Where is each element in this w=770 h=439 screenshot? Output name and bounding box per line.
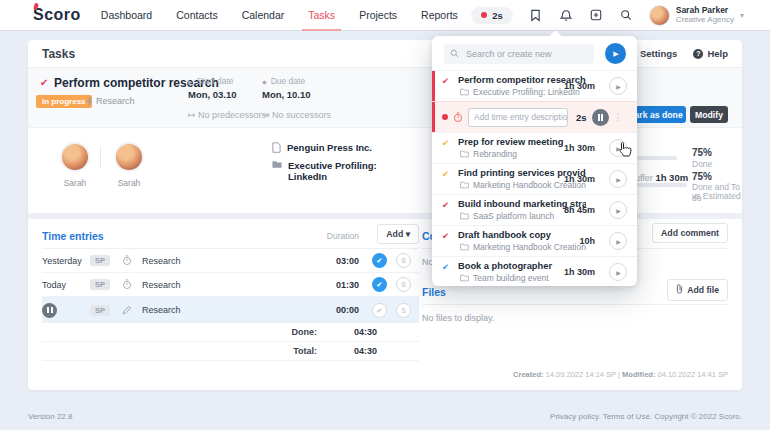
successors-label[interactable]: ⇥ No successors	[262, 110, 331, 120]
play-icon: ▶	[616, 269, 621, 276]
start-new-timer-button[interactable]: ▶	[605, 43, 626, 64]
task-check-icon: ✔	[442, 200, 449, 210]
files-title[interactable]: Files	[422, 286, 446, 298]
task-check-icon: ✔	[442, 76, 449, 86]
play-icon: ▶	[616, 83, 621, 90]
folder-icon	[460, 181, 469, 189]
user-avatar	[649, 5, 670, 26]
entry-billing-toggle[interactable]: $	[396, 303, 411, 318]
start-timer-button[interactable]: ▶	[609, 170, 627, 188]
play-icon: ▶	[616, 207, 621, 214]
time-entry-row[interactable]: Today SP Research 01:30 ✔ $	[42, 273, 419, 297]
entry-billing-toggle[interactable]: $	[396, 277, 411, 292]
add-file-button[interactable]: Add file	[667, 279, 728, 301]
legal-links[interactable]: Privacy policy. Terms of Use. Copyright …	[550, 412, 742, 421]
main-nav: Dashboard Contacts Calendar Tasks Projec…	[101, 1, 458, 29]
nav-tasks[interactable]: Tasks	[308, 1, 335, 29]
task-check-icon: ✔	[442, 138, 449, 148]
task-check-icon: ✔	[442, 169, 449, 179]
global-timer-pill[interactable]: 2s	[471, 7, 513, 24]
start-timer-button[interactable]: ▶	[609, 201, 627, 219]
time-entry-description-input[interactable]	[468, 108, 568, 127]
paperclip-icon	[676, 284, 683, 296]
task-list-item[interactable]: ✔ Book a photographer Team building even…	[432, 256, 637, 287]
assignee-name: Sarah	[109, 178, 149, 188]
add-time-entry-button[interactable]: Add ▾	[377, 224, 419, 244]
elapsed-time: 2s	[576, 112, 587, 123]
task-status-check-icon[interactable]: ✔	[40, 77, 48, 88]
task-check-icon: ✔	[442, 231, 449, 241]
entry-done-toggle[interactable]: ✔	[372, 277, 387, 292]
kebab-menu-icon[interactable]: ⋮	[614, 112, 623, 122]
user-name: Sarah Parker	[676, 5, 734, 15]
help-button[interactable]: ?Help	[693, 48, 728, 59]
pause-timer-button[interactable]	[592, 109, 609, 126]
folder-icon	[460, 212, 469, 220]
due-date-block: ◆Due date Mon, 10.10	[262, 76, 311, 100]
files-empty-text: No files to display.	[422, 313, 728, 323]
modify-button[interactable]: Modify	[690, 106, 728, 123]
start-timer-button[interactable]: ▶	[609, 263, 627, 281]
estimate-label-2: vs Estimated	[692, 191, 741, 202]
task-tag[interactable]: Research	[86, 96, 135, 106]
pause-icon[interactable]	[42, 303, 57, 318]
assignee-avatar[interactable]	[114, 142, 144, 172]
assignee-name: Sarah	[55, 178, 95, 188]
task-list-item[interactable]: ✔ Build inbound marketing strategy SaaS …	[432, 194, 637, 225]
pencil-icon	[122, 305, 132, 315]
task-list-item[interactable]: ✔ Prep for review meeting Rebranding 1h …	[432, 132, 637, 163]
notifications-bell-icon[interactable]	[559, 8, 573, 22]
time-entry-row-running[interactable]: SP Research 00:00 ✔ $	[42, 297, 419, 323]
bottom-strip	[0, 430, 770, 439]
quick-add-icon[interactable]	[589, 8, 603, 22]
assignee-avatar[interactable]	[60, 142, 90, 172]
entry-billing-toggle[interactable]: $	[396, 253, 411, 268]
task-search-input[interactable]	[444, 44, 594, 64]
project-link[interactable]: Executive Profiling: LinkedIn	[272, 160, 382, 182]
document-icon	[272, 142, 281, 153]
start-timer-button[interactable]: ▶	[609, 77, 627, 95]
company-link[interactable]: Penguin Press Inc.	[272, 142, 372, 153]
task-list-item[interactable]: ✔ Find printing services provider for ..…	[432, 163, 637, 194]
time-entries-title[interactable]: Time entries	[42, 230, 104, 242]
user-initials-badge: SP	[90, 305, 110, 316]
entry-done-toggle[interactable]: ✔	[372, 303, 387, 318]
user-menu[interactable]: Sarah Parker Creative Agency ▾	[649, 5, 744, 26]
divider	[100, 146, 101, 168]
dropdown-caret	[549, 30, 562, 43]
time-entry-row[interactable]: Yesterday SP Research 03:00 ✔ $	[42, 249, 419, 273]
search-icon[interactable]	[619, 8, 633, 22]
nav-contacts[interactable]: Contacts	[176, 1, 217, 29]
active-timer-row[interactable]: 2s ⋮	[432, 101, 637, 132]
folder-icon	[460, 243, 469, 251]
nav-reports[interactable]: Reports	[421, 1, 458, 29]
done-total-row: Done: 04:30	[42, 323, 419, 342]
task-list-item[interactable]: ✔ Draft handbook copy Marketing Handbook…	[432, 225, 637, 256]
timer-recording-dot	[481, 12, 487, 18]
caret-down-icon: ▾	[406, 229, 410, 239]
start-timer-button[interactable]: ▶	[609, 139, 627, 157]
lightning-icon	[86, 97, 93, 106]
timer-value: 2s	[492, 10, 503, 21]
folder-icon	[272, 160, 282, 169]
due-date-value: Mon, 10.10	[262, 89, 311, 100]
start-timer-button[interactable]: ▶	[609, 232, 627, 250]
user-initials-badge: SP	[90, 255, 110, 266]
grand-total-row: Total: 04:30	[42, 342, 419, 361]
predecessors-label[interactable]: ↦ No predecessors	[188, 110, 266, 120]
add-comment-button[interactable]: Add comment	[652, 223, 728, 243]
nav-projects[interactable]: Projects	[359, 1, 397, 29]
status-badge: In progress	[36, 95, 92, 108]
nav-dashboard[interactable]: Dashboard	[101, 1, 152, 29]
chevron-down-icon: ▾	[740, 11, 744, 20]
folder-icon	[460, 274, 469, 282]
entry-done-toggle[interactable]: ✔	[372, 253, 387, 268]
scoro-logo[interactable]: Scoro	[33, 6, 81, 24]
help-icon: ?	[693, 49, 703, 59]
scoro-app: Scoro Dashboard Contacts Calendar Tasks …	[0, 0, 770, 439]
bookmark-icon[interactable]	[529, 8, 543, 22]
task-list-item[interactable]: ✔ Perform competitor research Executive …	[432, 70, 637, 101]
search-icon	[450, 49, 459, 58]
estimate-progress-bar	[637, 183, 687, 187]
nav-calendar[interactable]: Calendar	[242, 1, 285, 29]
